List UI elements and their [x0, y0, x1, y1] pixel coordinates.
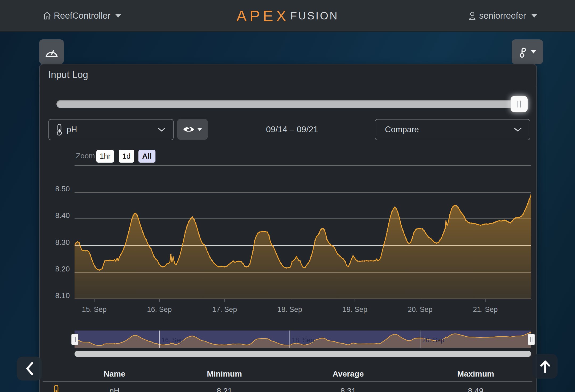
navigator-scrollbar[interactable]: [75, 351, 531, 357]
grip-lines-icon: [74, 337, 74, 342]
scroll-to-top-button[interactable]: [532, 354, 558, 379]
top-nav-bar: ReefController APEX FUSION seniorreefer: [0, 0, 575, 32]
probe-select-value: pH: [67, 125, 77, 134]
eye-icon: [183, 125, 195, 133]
probe-select[interactable]: pH: [48, 119, 174, 140]
chevron-down-icon: [158, 127, 166, 132]
home-icon: [43, 11, 52, 20]
y-axis-label: 8.20: [40, 265, 70, 273]
grip-lines-icon: [532, 337, 532, 342]
page-title: Input Log: [48, 69, 88, 80]
brand-apex: APEX: [236, 7, 289, 25]
key-icon: [518, 46, 527, 58]
table-cell-average: 8.31: [308, 386, 388, 392]
zoom-1hr-button[interactable]: 1hr: [96, 150, 114, 163]
time-range-slider-track[interactable]: [56, 100, 528, 108]
navigator-date-label: 18. Sep: [292, 336, 314, 344]
chevron-down-icon: [514, 127, 522, 132]
chevron-down-icon: [531, 14, 537, 18]
table-divider: [43, 381, 532, 382]
grip-lines-icon: [530, 337, 531, 342]
table-header-minimum: Minimum: [184, 369, 264, 378]
unlock-key-button[interactable]: [512, 39, 543, 64]
collapse-panel-button[interactable]: [17, 357, 42, 381]
user-icon: [468, 11, 477, 20]
chevron-left-icon: [24, 362, 35, 376]
table-cell-minimum: 8.21: [184, 386, 264, 392]
x-axis-tick: [159, 299, 160, 302]
time-range-slider-handle[interactable]: [511, 96, 528, 112]
username: seniorreefer: [479, 11, 526, 21]
y-axis-label: 8.40: [40, 211, 70, 220]
brand-fusion: FUSION: [290, 10, 339, 22]
x-axis-tick: [485, 299, 486, 302]
x-axis-label: 17. Sep: [206, 306, 243, 314]
x-axis-label: 21. Sep: [467, 306, 504, 314]
compare-select[interactable]: Compare: [375, 119, 530, 140]
y-axis-label: 8.30: [40, 238, 70, 247]
x-axis-label: 20. Sep: [401, 306, 439, 314]
chevron-down-icon: [197, 128, 202, 131]
x-axis-tick: [290, 299, 290, 302]
user-menu[interactable]: seniorreefer: [468, 0, 537, 31]
x-axis-tick: [224, 299, 225, 302]
grip-lines-icon: [520, 101, 521, 108]
ph-chart-svg: [75, 166, 531, 299]
y-axis-label: 8.10: [40, 291, 70, 300]
x-axis-label: 15. Sep: [76, 306, 113, 314]
x-axis-label: 16. Sep: [141, 306, 178, 314]
app-root: ReefController APEX FUSION seniorreefer: [0, 0, 575, 392]
dashboard-button[interactable]: [39, 39, 64, 64]
zoom-all-button[interactable]: All: [138, 150, 155, 163]
thermometer-icon: [56, 123, 63, 136]
navigator-right-handle[interactable]: [528, 334, 535, 345]
chart-navigator[interactable]: 16. Sep18. Sep20. Sep: [75, 331, 531, 348]
table-header-average: Average: [308, 369, 388, 378]
chevron-down-icon: [115, 14, 121, 18]
ph-chart-plot-area[interactable]: [75, 166, 531, 299]
x-axis-tick: [94, 299, 95, 302]
date-range-label: 09/14 – 09/21: [239, 119, 345, 140]
zoom-label: Zoom: [76, 152, 95, 160]
navigator-left-handle[interactable]: [71, 334, 78, 345]
x-axis-label: 18. Sep: [271, 306, 309, 314]
input-log-header: Input Log: [39, 64, 536, 86]
navigator-date-label: 20. Sep: [422, 336, 444, 344]
table-cell-name: pH: [75, 386, 154, 392]
chevron-down-icon: [531, 50, 536, 53]
controller-menu[interactable]: ReefController: [43, 0, 121, 31]
x-axis-tick: [355, 299, 355, 302]
thermometer-icon: [52, 384, 60, 392]
navigator-svg: 16. Sep18. Sep20. Sep: [75, 331, 531, 348]
zoom-1d-button[interactable]: 1d: [119, 150, 134, 163]
arrow-up-icon: [539, 360, 551, 373]
table-header-name: Name: [75, 369, 154, 378]
ph-area-fill: [75, 195, 531, 299]
y-axis-label: 8.50: [40, 185, 70, 193]
navigator-date-label: 16. Sep: [162, 336, 184, 344]
table-cell-maximum: 8.49: [436, 386, 516, 392]
compare-select-value: Compare: [385, 125, 419, 134]
table-header-maximum: Maximum: [436, 369, 516, 378]
x-axis-label: 19. Sep: [336, 306, 373, 314]
x-axis-tick: [420, 299, 420, 302]
controller-name: ReefController: [54, 11, 110, 21]
grip-lines-icon: [518, 101, 518, 108]
gauge-icon: [45, 46, 59, 58]
grip-lines-icon: [75, 337, 76, 342]
visibility-button[interactable]: [177, 119, 208, 140]
